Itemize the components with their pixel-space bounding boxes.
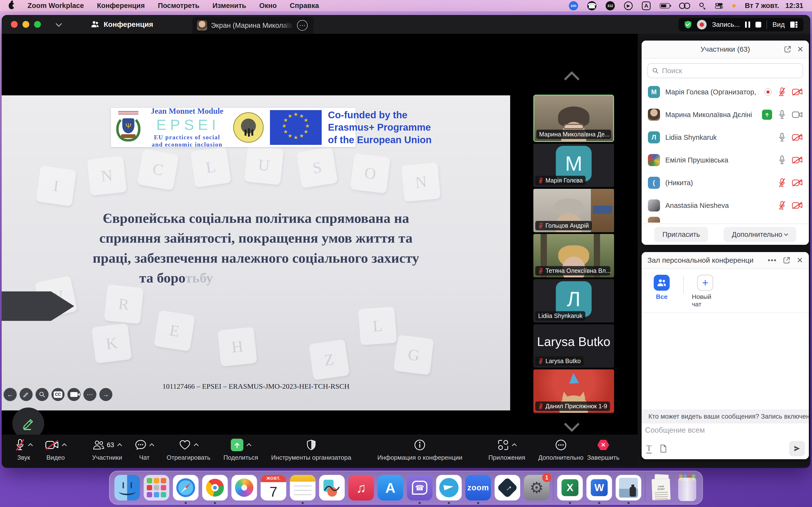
menu-view[interactable]: Посмотреть: [158, 2, 199, 10]
dock-settings-icon[interactable]: ⚙1: [524, 475, 550, 501]
dock-calendar-icon[interactable]: ЖОВТ. 7: [261, 475, 286, 501]
audio-options-chevron[interactable]: [28, 443, 33, 448]
video-tile[interactable]: Гольцов Андрій: [534, 189, 614, 232]
dock-music-icon[interactable]: ♫: [349, 475, 374, 501]
participant-row[interactable]: Емілія Прушківська: [642, 149, 809, 171]
host-tools-button[interactable]: Инструменты организатора: [271, 438, 351, 461]
dock-downloads-document-icon[interactable]: CASE STUDY: [649, 474, 673, 501]
participant-row[interactable]: Anastasiia Niesheva: [642, 194, 809, 217]
captions-button[interactable]: CC: [51, 388, 64, 401]
tab-conference[interactable]: Конференция: [91, 20, 153, 29]
new-chat-button[interactable]: + Новый чат: [692, 275, 718, 308]
send-message-button[interactable]: [789, 441, 805, 456]
menu-conference[interactable]: Конференция: [97, 2, 145, 10]
video-tile[interactable]: Тетяна Олексіївна Вл...: [534, 234, 614, 277]
participant-row[interactable]: Марина Миколаївна Дєліні: [642, 103, 809, 126]
magnifier-button[interactable]: [36, 388, 49, 401]
share-options-chevron[interactable]: [247, 443, 251, 448]
keyboard-layout-icon[interactable]: A: [642, 1, 651, 10]
react-options-chevron[interactable]: [194, 443, 199, 448]
camera-tool-button[interactable]: [67, 388, 81, 401]
participants-button[interactable]: 63 Участники: [92, 438, 122, 461]
popout-icon[interactable]: [784, 46, 791, 53]
video-tile-avatar[interactable]: Л Lidiia Shynkaruk: [534, 279, 614, 323]
zoom-status-icon[interactable]: zm: [569, 1, 578, 10]
chat-message-input[interactable]: [645, 426, 806, 435]
annotate-button[interactable]: [12, 407, 44, 435]
view-layout-icon[interactable]: [790, 21, 798, 28]
video-options-chevron[interactable]: [62, 443, 67, 448]
more-button[interactable]: Дополнительно: [538, 438, 583, 461]
dock-share-app-icon[interactable]: →: [495, 475, 520, 501]
participants-search[interactable]: [648, 63, 803, 78]
meeting-info-button[interactable]: Информация о конференции: [377, 438, 462, 461]
chat-tab-everyone[interactable]: Все: [648, 275, 675, 300]
filmstrip-expand-chevron[interactable]: [562, 422, 581, 432]
security-shield-icon[interactable]: [684, 20, 692, 29]
pen-tool-button[interactable]: [19, 388, 33, 401]
menu-help[interactable]: Справка: [290, 2, 319, 10]
telegram-status-icon[interactable]: 312: [606, 1, 615, 10]
slideshow-more-button[interactable]: ⋯: [83, 388, 96, 401]
minimize-window-button[interactable]: [22, 21, 29, 28]
battery-icon[interactable]: [660, 3, 670, 8]
dock-viber-icon[interactable]: ☎: [407, 475, 433, 501]
dock-freeform-icon[interactable]: [319, 475, 345, 501]
next-slide-button[interactable]: →: [99, 388, 112, 401]
participant-row[interactable]: Л Lidiia Shynkaruk: [642, 126, 809, 149]
apps-options-chevron[interactable]: [512, 443, 517, 448]
popout-icon[interactable]: [783, 257, 790, 264]
video-tile-avatar[interactable]: M Марія Голєва: [534, 144, 614, 187]
menu-app-name[interactable]: Zoom Workplace: [28, 2, 84, 10]
dock-chrome-icon[interactable]: [202, 475, 228, 501]
chat-button[interactable]: Чат: [135, 438, 153, 461]
spotlight-icon[interactable]: [699, 3, 706, 9]
filmstrip-collapse-chevron[interactable]: [562, 72, 581, 81]
participants-options-chevron[interactable]: [117, 443, 122, 448]
view-button[interactable]: Вид: [772, 21, 785, 29]
dock-launchpad-icon[interactable]: [144, 475, 169, 501]
dock-word-icon[interactable]: W: [587, 475, 612, 501]
apps-button[interactable]: Приложения: [489, 438, 525, 461]
dock-zoom-icon[interactable]: zoom: [465, 475, 491, 501]
search-input[interactable]: [662, 67, 798, 75]
participants-more-button[interactable]: Дополнительно: [723, 227, 796, 242]
zoom-window-button[interactable]: [34, 21, 41, 28]
menu-window[interactable]: Окно: [259, 2, 277, 10]
dock-photos-icon[interactable]: [232, 475, 257, 501]
chat-more-icon[interactable]: •••: [768, 256, 777, 264]
tab-screen-share[interactable]: Экран (Марина Миколаївна... ⋯: [193, 17, 313, 34]
dock-notes-icon[interactable]: [290, 475, 316, 501]
video-tile-active-speaker[interactable]: Марина Миколаївна Де...: [534, 95, 614, 142]
participant-row[interactable]: ( (Никита): [642, 171, 809, 194]
video-tile-name-only[interactable]: Larysa Butko Larysa Butko: [534, 324, 614, 368]
close-chat-icon[interactable]: ✕: [797, 257, 803, 264]
stop-recording-button[interactable]: [755, 22, 761, 27]
chat-options-chevron[interactable]: [149, 443, 154, 448]
tab-more-icon[interactable]: ⋯: [297, 20, 308, 31]
dock-telegram-icon[interactable]: [436, 475, 462, 501]
audio-button[interactable]: Звук: [15, 438, 32, 461]
pause-recording-button[interactable]: [745, 21, 750, 28]
chat-privacy-notice[interactable]: Кто может видеть ваши сообщения? Запись …: [642, 409, 809, 424]
titlebar-chevron-icon[interactable]: [56, 20, 62, 26]
attach-file-icon[interactable]: [660, 444, 667, 453]
menu-date[interactable]: Вт 7 жовт.: [745, 2, 779, 10]
video-tile-cat[interactable]: Данил Присяжнюк 1-9: [534, 370, 614, 413]
dock-safari-icon[interactable]: [173, 475, 199, 501]
format-text-icon[interactable]: T: [647, 444, 652, 453]
video-button[interactable]: Видео: [45, 438, 66, 461]
viber-status-icon[interactable]: ☎: [587, 1, 597, 10]
shortcuts-icon[interactable]: [679, 3, 690, 9]
previous-slide-button[interactable]: ←: [4, 388, 17, 401]
now-playing-icon[interactable]: ▶: [624, 1, 633, 10]
dock-trash-icon[interactable]: [677, 474, 698, 501]
end-meeting-button[interactable]: ✕ Завершить: [587, 438, 619, 461]
control-center-icon[interactable]: [715, 3, 723, 9]
dock-excel-icon[interactable]: X: [557, 475, 583, 501]
dock-finder-icon[interactable]: [114, 475, 140, 501]
participant-row[interactable]: М Марія Голєва (Организатор, я): [642, 80, 809, 103]
invite-button[interactable]: Пригласить: [654, 227, 708, 242]
menu-edit[interactable]: Изменить: [212, 2, 246, 10]
dock-appstore-icon[interactable]: A: [378, 475, 403, 501]
